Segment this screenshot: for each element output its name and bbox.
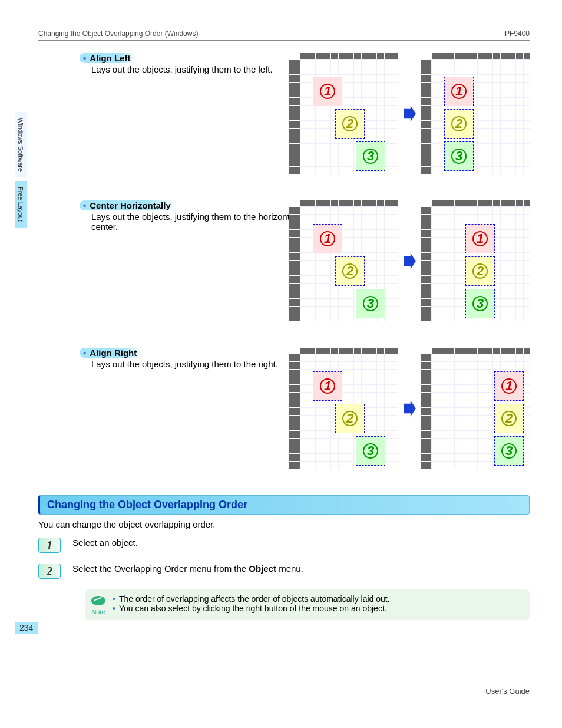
- step-text: Select an object.: [72, 538, 138, 548]
- side-tabs: Windows Software Free Layout: [15, 112, 29, 231]
- main-content: Align Left Lays out the objects, justify…: [38, 53, 530, 620]
- step-1: 1 Select an object.: [38, 538, 530, 553]
- arrow-icon: [403, 400, 416, 417]
- item-heading: Center Horizontally: [80, 200, 177, 210]
- item-heading: Align Right: [80, 348, 143, 358]
- arrow-icon: [403, 105, 416, 123]
- diagram-before: 1 2 3: [289, 348, 398, 469]
- item-description: Lays out the objects, justifying them to…: [91, 359, 309, 369]
- diagram-pair: 1 2 3 1 2 3: [289, 53, 530, 174]
- header-right: iPF9400: [503, 29, 530, 38]
- step-text: Select the Overlapping Order menu from t…: [72, 564, 303, 574]
- svg-point-0: [91, 596, 105, 605]
- section-title: Changing the Object Overlapping Order: [38, 495, 530, 515]
- page-footer: User's Guide: [38, 683, 530, 696]
- diagram-after: 1 2 3: [421, 200, 530, 321]
- item-center-horizontally: Center Horizontally Lays out the objects…: [38, 200, 530, 330]
- item-heading: Align Left: [80, 53, 136, 63]
- note-box: Note The order of overlapping affects th…: [85, 589, 530, 620]
- note-item: You can also select by clicking the righ…: [113, 604, 390, 613]
- step-2: 2 Select the Overlapping Order menu from…: [38, 564, 530, 579]
- diagram-before: 1 2 3: [289, 200, 398, 321]
- note-list: The order of overlapping affects the ord…: [113, 594, 390, 613]
- tab-free-layout[interactable]: Free Layout: [15, 181, 27, 228]
- diagram-after: 1 2 3: [421, 348, 530, 469]
- diagram-pair: 1 2 3 1 2 3: [289, 200, 530, 321]
- note-item: The order of overlapping affects the ord…: [113, 594, 390, 604]
- diagram-pair: 1 2 3 1 2 3: [289, 348, 530, 469]
- header-left: Changing the Object Overlapping Order (W…: [38, 29, 198, 38]
- step-number: 2: [38, 564, 61, 579]
- item-align-right: Align Right Lays out the objects, justif…: [38, 348, 530, 477]
- item-align-left: Align Left Lays out the objects, justify…: [38, 53, 530, 183]
- arrow-icon: [403, 252, 416, 270]
- page-number: 234: [15, 622, 38, 634]
- diagram-before: 1 2 3: [289, 53, 398, 174]
- page-header: Changing the Object Overlapping Order (W…: [38, 29, 530, 41]
- step-number: 1: [38, 538, 61, 553]
- section-intro: You can change the object overlapping or…: [38, 519, 530, 529]
- note-icon: Note: [90, 594, 107, 615]
- diagram-after: 1 2 3: [421, 53, 530, 174]
- tab-windows-software[interactable]: Windows Software: [15, 112, 27, 177]
- item-description: Lays out the objects, justifying them to…: [91, 64, 309, 74]
- item-description: Lays out the objects, justifying them to…: [91, 212, 309, 232]
